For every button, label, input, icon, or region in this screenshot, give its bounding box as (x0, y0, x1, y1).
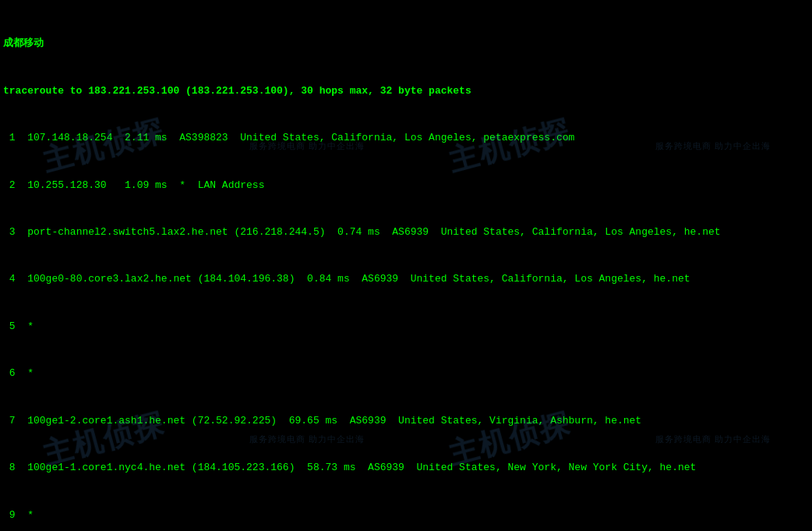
hop-7: 7 100ge1-2.core1.ash1.he.net (72.52.92.2… (3, 413, 809, 429)
terminal-output: 成都移动 traceroute to 183.221.253.100 (183.… (3, 5, 809, 531)
terminal-container: 主机侦探 服务跨境电商 助力中企出海 主机侦探 服务跨境电商 助力中企出海 主机… (0, 0, 812, 531)
hop-9: 9 * (3, 508, 809, 523)
hop-1: 1 107.148.18.254 2.11 ms AS398823 United… (3, 130, 809, 146)
hop-4: 4 100ge0-80.core3.lax2.he.net (184.104.1… (3, 271, 809, 287)
hop-8: 8 100ge1-1.core1.nyc4.he.net (184.105.22… (3, 460, 809, 476)
traceroute-header: traceroute to 183.221.253.100 (183.221.2… (3, 83, 809, 99)
terminal-title: 成都移动 (3, 36, 809, 51)
hop-2: 2 10.255.128.30 1.09 ms * LAN Address (3, 178, 809, 193)
hop-3: 3 port-channel2.switch5.lax2.he.net (216… (3, 225, 809, 240)
hop-6: 6 * (3, 366, 809, 381)
hop-5: 5 * (3, 319, 809, 335)
